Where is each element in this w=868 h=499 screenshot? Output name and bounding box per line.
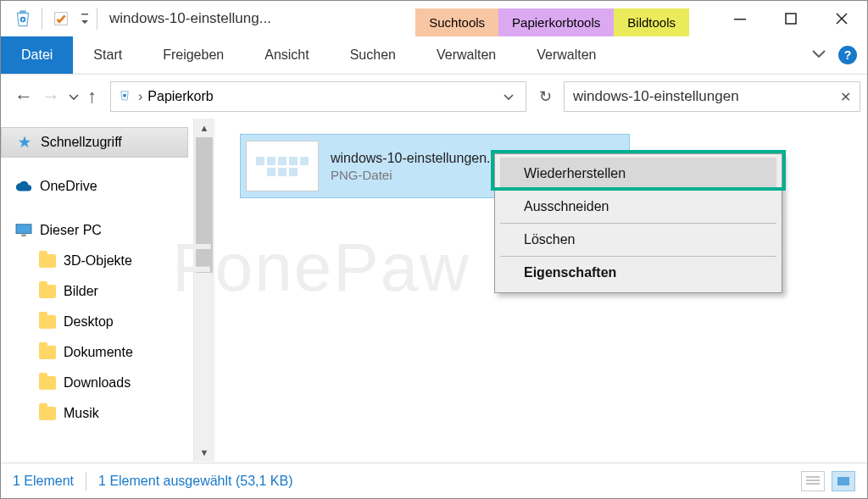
scroll-thumb[interactable] [196, 137, 213, 273]
ctx-cut[interactable]: Ausschneiden [500, 191, 776, 224]
search-value: windows-10-einstellungen [573, 88, 739, 105]
file-thumbnail [246, 141, 319, 191]
file-type: PNG-Datei [331, 168, 513, 182]
nav-label: Bilder [64, 284, 98, 299]
scroll-up-icon[interactable]: ▲ [194, 119, 214, 137]
ctx-properties[interactable]: Eigenschaften [500, 257, 776, 289]
nav-label: Dieser PC [40, 223, 102, 238]
svg-rect-8 [837, 477, 849, 485]
ribbon-tab-manage-image[interactable]: Verwalten [516, 36, 616, 74]
svg-rect-2 [81, 14, 88, 15]
help-icon[interactable]: ? [838, 46, 857, 64]
qat-dropdown-icon[interactable] [76, 10, 93, 27]
tool-tab-image[interactable]: Bildtools [614, 8, 689, 36]
refresh-button[interactable]: ↻ [533, 87, 557, 106]
cloud-icon [14, 177, 33, 196]
status-selection: 1 Element ausgewählt (53,1 KB) [98, 474, 292, 489]
folder-icon [38, 252, 57, 270]
nav-onedrive[interactable]: OneDrive [1, 171, 193, 202]
nav-this-pc[interactable]: Dieser PC [1, 215, 193, 246]
svg-rect-7 [21, 235, 25, 237]
recycle-bin-icon[interactable] [8, 3, 38, 34]
ribbon-tab-view[interactable]: Ansicht [244, 36, 329, 74]
nav-scrollbar[interactable]: ▲ ▼ [194, 119, 214, 462]
quick-access-toolbar [1, 3, 101, 34]
clear-search-icon[interactable]: ✕ [840, 89, 851, 105]
nav-3d-objects[interactable]: 3D-Objekte [1, 246, 193, 276]
window-title: windows-10-einstellung... [101, 10, 271, 27]
folder-icon [38, 343, 57, 362]
contextual-tool-tabs: Suchtools Papierkorbtools Bildtools [415, 1, 689, 36]
folder-icon [38, 313, 57, 331]
tool-tab-recycle[interactable]: Papierkorbtools [498, 8, 614, 36]
watermark-text: FonePaw [172, 229, 470, 307]
nav-label: Musik [64, 406, 99, 421]
minimize-button[interactable] [715, 1, 765, 36]
breadcrumb-location[interactable]: Papierkorb [147, 89, 213, 104]
status-bar: 1 Element 1 Element ausgewählt (53,1 KB) [1, 463, 867, 498]
ribbon-tab-file[interactable]: Datei [1, 36, 73, 74]
ribbon-tab-manage-recycle[interactable]: Verwalten [416, 36, 516, 74]
navigation-pane: Schnellzugriff OneDrive Dieser PC 3D-Obj… [1, 119, 194, 462]
scroll-down-icon[interactable]: ▼ [194, 443, 214, 462]
nav-up-button[interactable]: ↑ [87, 86, 97, 108]
search-box[interactable]: windows-10-einstellungen ✕ [564, 81, 860, 112]
qat-properties-icon[interactable] [46, 3, 76, 34]
nav-back-button[interactable]: ← [14, 86, 33, 108]
monitor-icon [14, 221, 33, 240]
folder-icon [38, 282, 57, 301]
maximize-button[interactable] [765, 1, 816, 36]
file-name: windows-10-einstellungen.png [331, 150, 513, 168]
window-controls [715, 1, 867, 36]
ctx-delete[interactable]: Löschen [500, 224, 776, 257]
context-menu: Wiederherstellen Ausschneiden Löschen Ei… [494, 153, 782, 293]
nav-recent-dropdown[interactable] [69, 90, 79, 103]
nav-desktop[interactable]: Desktop [1, 307, 193, 337]
ctx-restore[interactable]: Wiederherstellen [500, 158, 776, 191]
svg-rect-3 [734, 19, 746, 20]
breadcrumb-separator-icon[interactable]: › [133, 89, 147, 104]
nav-label: Desktop [64, 314, 114, 330]
tool-tab-search[interactable]: Suchtools [415, 8, 498, 36]
status-count: 1 Element [13, 474, 74, 489]
title-bar: windows-10-einstellung... Suchtools Papi… [1, 1, 867, 36]
nav-label: Dokumente [64, 345, 133, 360]
nav-quick-access[interactable]: Schnellzugriff [1, 127, 188, 158]
nav-label: Schnellzugriff [41, 135, 122, 150]
view-details-button[interactable] [801, 471, 825, 491]
ribbon-tab-share[interactable]: Freigeben [142, 36, 244, 74]
nav-downloads[interactable]: Downloads [1, 368, 193, 398]
nav-label: 3D-Objekte [64, 253, 132, 269]
ribbon-tab-search[interactable]: Suchen [330, 36, 416, 74]
star-icon [15, 133, 34, 152]
address-bar[interactable]: › Papierkorb [110, 81, 526, 112]
collapse-ribbon-icon[interactable] [811, 47, 826, 63]
svg-point-5 [123, 94, 126, 97]
ribbon-tabs: Datei Start Freigeben Ansicht Suchen Ver… [1, 36, 867, 75]
nav-pictures[interactable]: Bilder [1, 276, 193, 307]
nav-documents[interactable]: Dokumente [1, 337, 193, 368]
nav-label: Downloads [64, 375, 131, 391]
close-button[interactable] [816, 1, 867, 36]
nav-label: OneDrive [40, 179, 97, 194]
folder-icon [38, 374, 57, 392]
address-dropdown-icon[interactable] [497, 89, 520, 104]
scroll-track[interactable] [194, 137, 214, 443]
nav-music[interactable]: Musik [1, 398, 193, 429]
view-large-icons-button[interactable] [832, 471, 855, 491]
folder-icon [38, 404, 57, 423]
address-bar-row: ← → ↑ › Papierkorb ↻ windows-10-einstell… [1, 75, 867, 119]
svg-rect-6 [16, 225, 31, 234]
nav-forward-button[interactable]: → [42, 86, 60, 108]
address-bar-recycle-icon [116, 86, 133, 107]
svg-rect-4 [786, 14, 796, 24]
ribbon-tab-start[interactable]: Start [73, 36, 142, 74]
